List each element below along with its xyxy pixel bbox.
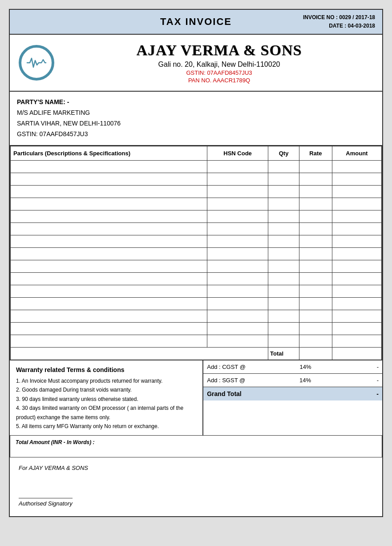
- company-pan: PAN NO. AAACR1789Q: [65, 77, 373, 84]
- warranty-title: Warranty related Terms & conditions: [16, 365, 196, 375]
- cell-qty: [268, 160, 299, 173]
- tax-summary: Add : CGST @ 14% - Add : SGST @ 14% - Gr…: [203, 360, 382, 436]
- table-row: [11, 272, 382, 285]
- table-row: [11, 222, 382, 235]
- table-row: [11, 322, 382, 335]
- signatory-section: For AJAY VERMA & SONS Authorised Signato…: [10, 457, 382, 516]
- party-name: M/S ADLIFE MARKETING: [17, 108, 375, 118]
- company-logo: [19, 45, 54, 81]
- company-address: Gali no. 20, Kalkaji, New Delhi-110020: [65, 61, 373, 69]
- table-row: [11, 210, 382, 222]
- invoice-no-label: INVOICE NO :: [303, 14, 338, 20]
- table-row: [11, 260, 382, 272]
- warranty-section: Warranty related Terms & conditions 1. A…: [10, 360, 203, 436]
- sgst-label: Add : SGST @: [207, 377, 245, 384]
- authorised-signatory: Authorised Signatory: [19, 498, 73, 507]
- invoice-date-value: 04-03-2018: [348, 23, 375, 29]
- table-row: [11, 198, 382, 210]
- total-label: Total: [268, 347, 299, 360]
- party-address: SARTIA VIHAR, NEW DELHI-110076: [17, 118, 375, 129]
- invoice-header: TAX INVOICE INVOICE NO : 0029 / 2017-18 …: [10, 10, 382, 35]
- invoice-meta: INVOICE NO : 0029 / 2017-18 DATE : 04-03…: [286, 13, 375, 30]
- col-rate: Rate: [299, 146, 332, 160]
- company-section: AJAY VERMA & SONS Gali no. 20, Kalkaji, …: [10, 35, 382, 92]
- table-row: [11, 297, 382, 310]
- cgst-label: Add : CGST @: [207, 364, 246, 370]
- words-label: Total Amount (INR - In Words) :: [16, 439, 95, 445]
- sgst-percent: 14%: [296, 377, 314, 384]
- table-row: [11, 160, 382, 173]
- col-qty: Qty: [268, 146, 299, 160]
- table-row: [11, 235, 382, 247]
- party-gstin: GSTIN: 07AAFD8457JU3: [17, 129, 375, 140]
- cgst-row: Add : CGST @ 14% -: [203, 360, 382, 374]
- grand-total-value: -: [376, 390, 379, 397]
- cell-rate: [299, 160, 332, 173]
- col-hsn: HSN Code: [207, 146, 268, 160]
- company-gstin: GSTIN: 07AAFD8457JU3: [65, 69, 373, 76]
- invoice-document: TAX INVOICE INVOICE NO : 0029 / 2017-18 …: [9, 9, 383, 517]
- items-table: Particulars (Descriptions & Specificatio…: [10, 146, 382, 360]
- table-row: [11, 335, 382, 347]
- invoice-no-value: 0029 / 2017-18: [339, 14, 375, 20]
- grand-total-label: Grand Total: [207, 390, 242, 397]
- table-row: [11, 285, 382, 297]
- table-row: [11, 185, 382, 198]
- table-row: [11, 310, 382, 322]
- table-row: [11, 173, 382, 185]
- logo-icon: [25, 52, 48, 74]
- bottom-section: Warranty related Terms & conditions 1. A…: [10, 360, 382, 436]
- company-info: AJAY VERMA & SONS Gali no. 20, Kalkaji, …: [65, 42, 373, 84]
- col-particulars: Particulars (Descriptions & Specificatio…: [11, 146, 207, 160]
- cell-amount: [332, 160, 381, 173]
- words-section: Total Amount (INR - In Words) :: [10, 435, 382, 457]
- cell-hsn: [207, 160, 268, 173]
- warranty-point-1: 1. An Invoice Must accompany products re…: [16, 376, 196, 431]
- cell-particulars: [11, 160, 207, 173]
- sgst-row: Add : SGST @ 14% -: [203, 374, 382, 387]
- party-section: PARTY'S NAME: - M/S ADLIFE MARKETING SAR…: [10, 92, 382, 146]
- invoice-title: TAX INVOICE: [106, 16, 286, 28]
- cgst-percent: 14%: [296, 364, 314, 370]
- grand-total-row: Grand Total -: [203, 387, 382, 400]
- sgst-value: -: [365, 377, 379, 384]
- cgst-value: -: [365, 364, 379, 370]
- table-header-row: Particulars (Descriptions & Specificatio…: [11, 146, 382, 160]
- company-name: AJAY VERMA & SONS: [65, 42, 373, 59]
- col-amount: Amount: [332, 146, 381, 160]
- table-row: [11, 247, 382, 260]
- invoice-date-label: DATE :: [329, 23, 346, 29]
- party-label: PARTY'S NAME: -: [17, 97, 375, 108]
- total-row: Total: [11, 347, 382, 360]
- items-table-container: Particulars (Descriptions & Specificatio…: [10, 146, 382, 360]
- for-company: For AJAY VERMA & SONS: [19, 465, 373, 471]
